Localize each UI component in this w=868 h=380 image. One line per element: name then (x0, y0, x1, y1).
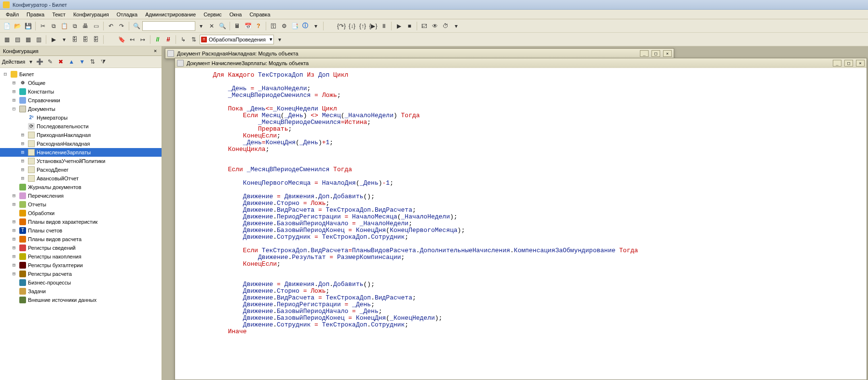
db-icon[interactable]: 🗄 (81, 35, 90, 44)
procedure-combo[interactable]: П ОбработкаПроведения ▾ (200, 35, 274, 44)
tree-item-journals[interactable]: Журналы документов (0, 183, 162, 191)
dropdown-icon[interactable]: ▾ (275, 35, 285, 44)
tree-item-doc[interactable]: ⊞АвансовыйОтчет (0, 174, 162, 183)
start-debug-icon[interactable]: ▶ (394, 21, 404, 31)
tree-item-numerators[interactable]: 2³Нумераторы (0, 113, 162, 122)
editor-window-back[interactable]: Документ РасходнаяНакладная: Модуль объе… (165, 48, 674, 59)
tool-icon[interactable]: 📑 (290, 21, 299, 31)
comment-icon[interactable]: // (153, 35, 163, 44)
dropdown-icon[interactable]: ▾ (196, 21, 206, 31)
find-next-icon[interactable]: 🔍 (217, 21, 227, 31)
sort-icon[interactable]: ⇅ (88, 57, 97, 67)
tree-item-tasks[interactable]: Задачи (0, 287, 162, 296)
calc-icon[interactable]: 🖩 (232, 21, 242, 31)
tree-item-enums[interactable]: ⊞Перечисления (0, 191, 162, 200)
calendar-icon[interactable]: 📅 (243, 21, 253, 31)
tree-item-reginfo[interactable]: ⊞Регистры сведений (0, 244, 162, 252)
find-icon[interactable]: 🔍 (132, 21, 141, 31)
up-icon[interactable]: ▲ (67, 57, 76, 67)
close-icon[interactable]: × (663, 50, 672, 57)
tree-item-common[interactable]: ⊞❁Общие (0, 79, 162, 87)
delete-icon[interactable]: ✖ (56, 57, 66, 67)
close-icon[interactable]: × (856, 60, 865, 67)
new-file-icon[interactable]: 📄 (2, 21, 12, 31)
copy-icon[interactable]: ⧉ (49, 21, 58, 31)
step-into-icon[interactable]: {↓} (347, 21, 357, 31)
tree-item-sequences[interactable]: ⟳Последовательности (0, 122, 162, 131)
filter-icon[interactable]: ⧩ (98, 57, 108, 67)
run-icon[interactable]: ▶ (49, 35, 58, 44)
goto-proc-icon[interactable]: ↳ (178, 35, 188, 44)
db-icon[interactable]: 🗄 (70, 35, 80, 44)
step-out-icon[interactable]: {↑} (358, 21, 367, 31)
maximize-icon[interactable]: □ (844, 60, 853, 67)
code-editor[interactable]: Для Каждого ТекСтрокаДоп Из Доп Цикл _Де… (175, 68, 867, 380)
tree-root[interactable]: ⊟Билет (0, 70, 162, 79)
spreadsheet-icon[interactable]: ▥ (34, 35, 43, 44)
tree-item-doc[interactable]: ⊞РасходнаяНакладная (0, 139, 162, 148)
chevron-down-icon[interactable]: ▾ (28, 57, 34, 67)
tree-item-accplans[interactable]: ⊞ТПланы счетов (0, 226, 162, 235)
menu-windows[interactable]: Окна (226, 11, 246, 18)
menu-service[interactable]: Сервис (200, 11, 226, 18)
tree-item-doc[interactable]: ⊞ПриходнаяНакладная (0, 131, 162, 139)
bookmark-prev-icon[interactable]: ↤ (127, 35, 137, 44)
edit-icon[interactable]: ✎ (45, 57, 55, 67)
tree-item-bp[interactable]: Бизнес-процессы (0, 278, 162, 287)
menu-config[interactable]: Конфигурация (69, 11, 113, 18)
copies-icon[interactable]: ⧉ (70, 21, 80, 31)
menu-file[interactable]: Файл (2, 11, 23, 18)
tree-item-regacc[interactable]: ⊞Регистры накопления (0, 252, 162, 261)
tool-icon[interactable]: ⚙ (279, 21, 289, 31)
tree-item-regbuh[interactable]: ⊞Регистры бухгалтерии (0, 261, 162, 270)
menu-help[interactable]: Справка (245, 11, 274, 18)
menu-edit[interactable]: Правка (23, 11, 48, 18)
cut-icon[interactable]: ✂ (38, 21, 48, 31)
redo-icon[interactable]: ↷ (117, 21, 126, 31)
uncomment-icon[interactable]: // (163, 35, 173, 44)
break-icon[interactable]: ⏸ (379, 21, 389, 31)
undo-icon[interactable]: ↶ (106, 21, 116, 31)
bookmark-icon[interactable]: 🔖 (117, 35, 126, 44)
add-icon[interactable]: ➕ (35, 57, 44, 67)
down-icon[interactable]: ▼ (77, 57, 87, 67)
tree-item-reports[interactable]: ⊞Отчеты (0, 200, 162, 209)
editor-window-front[interactable]: Документ НачислениеЗарплаты: Модуль объе… (175, 58, 867, 380)
clear-icon[interactable]: ✕ (207, 21, 217, 31)
dropdown-icon[interactable]: ▾ (451, 21, 461, 31)
tree-item-charplans[interactable]: ⊞Планы видов характеристик (0, 217, 162, 226)
stop-debug-icon[interactable]: ■ (405, 21, 414, 31)
chevron-down-icon[interactable]: ▾ (270, 36, 272, 42)
tree-item-constants[interactable]: ⊞Константы (0, 87, 162, 96)
tree-item-regcalc[interactable]: ⊞Регистры расчета (0, 270, 162, 278)
dropdown-icon[interactable]: ▾ (59, 35, 69, 44)
tree-item-catalogs[interactable]: ⊞Справочники (0, 96, 162, 105)
tree-item-doc-selected[interactable]: ⊞НачислениеЗарплаты (0, 148, 162, 157)
help-icon[interactable]: ⓘ (300, 21, 310, 31)
minimize-icon[interactable]: _ (640, 50, 649, 57)
panel-close-icon[interactable]: × (152, 48, 159, 54)
menu-debug[interactable]: Отладка (113, 11, 141, 18)
tree-item-documents[interactable]: ⊟Документы (0, 105, 162, 113)
tree-item-external[interactable]: Внешние источники данных (0, 296, 162, 304)
table-icon[interactable]: ▦ (23, 35, 33, 44)
tree-item-calcplans[interactable]: ⊞Планы видов расчета (0, 235, 162, 244)
editor-title-bar[interactable]: Документ РасходнаяНакладная: Модуль объе… (165, 49, 674, 58)
syntax-icon[interactable]: ? (254, 21, 263, 31)
print-icon[interactable]: 🖶 (81, 21, 90, 31)
module-icon[interactable]: ▤ (13, 35, 22, 44)
open-file-icon[interactable]: 📂 (13, 21, 22, 31)
search-box[interactable] (142, 21, 195, 31)
db-icon[interactable]: 🗄 (91, 35, 101, 44)
tree-item-doc[interactable]: ⊞РасходДенег (0, 165, 162, 174)
continue-icon[interactable]: {▶} (368, 21, 378, 31)
watch-icon[interactable]: 👁 (430, 21, 440, 31)
form-icon[interactable]: ▦ (2, 35, 12, 44)
actions-label[interactable]: Действия (2, 59, 27, 65)
timer-icon[interactable]: ⏱ (441, 21, 450, 31)
editor-title-bar[interactable]: Документ НачислениеЗарплаты: Модуль объе… (175, 58, 867, 68)
tree-item-doc[interactable]: ⊞УстановкаУчетнойПолитики (0, 157, 162, 165)
configuration-tree[interactable]: ⊟Билет ⊞❁Общие ⊞Константы ⊞Справочники ⊟… (0, 68, 162, 380)
eval-icon[interactable]: 🗠 (420, 21, 429, 31)
menu-text[interactable]: Текст (48, 11, 69, 18)
